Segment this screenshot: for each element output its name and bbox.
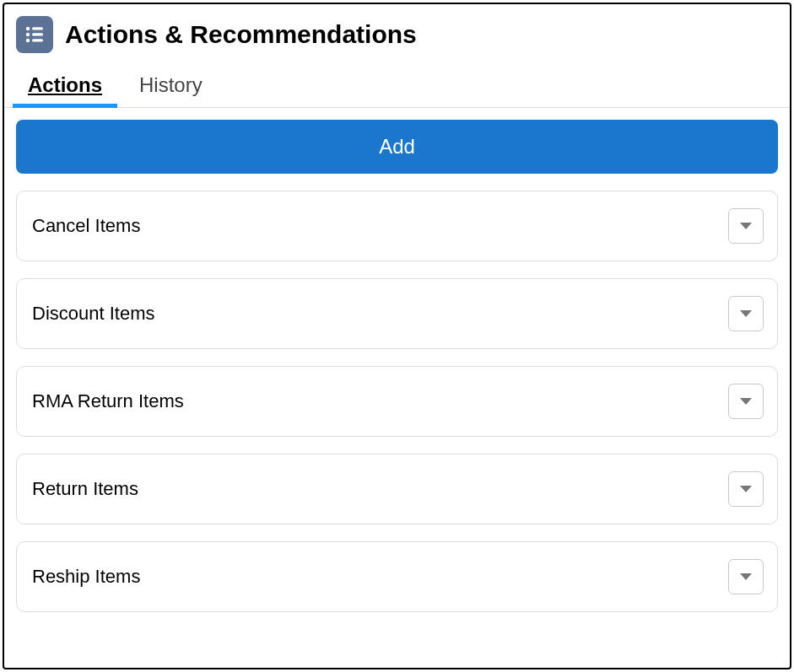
chevron-down-icon	[740, 398, 752, 405]
action-label: Return Items	[32, 478, 138, 500]
tab-actions[interactable]: Actions	[28, 73, 102, 107]
action-dropdown-button[interactable]	[728, 384, 764, 419]
chevron-down-icon	[740, 573, 752, 580]
action-card-rma-return-items[interactable]: RMA Return Items	[16, 366, 778, 437]
actions-recommendations-panel: Actions & Recommendations Actions Histor…	[3, 3, 791, 669]
action-dropdown-button[interactable]	[728, 559, 764, 594]
action-label: RMA Return Items	[32, 390, 184, 412]
svg-rect-1	[32, 27, 43, 30]
action-list: Cancel Items Discount Items RMA Return I…	[16, 191, 778, 612]
svg-point-4	[26, 39, 30, 42]
svg-rect-3	[32, 33, 43, 35]
action-card-return-items[interactable]: Return Items	[16, 454, 778, 524]
svg-point-2	[26, 33, 30, 36]
chevron-down-icon	[740, 310, 752, 317]
add-button[interactable]: Add	[16, 120, 778, 174]
action-label: Discount Items	[32, 303, 155, 325]
action-dropdown-button[interactable]	[728, 296, 764, 331]
action-card-reship-items[interactable]: Reship Items	[16, 541, 778, 612]
panel-content: Add Cancel Items Discount Items RMA Retu…	[4, 108, 790, 624]
list-icon	[16, 16, 53, 53]
tabs-bar: Actions History	[4, 60, 790, 108]
action-dropdown-button[interactable]	[728, 471, 764, 507]
action-card-discount-items[interactable]: Discount Items	[16, 278, 778, 349]
action-label: Cancel Items	[32, 215, 140, 237]
action-dropdown-button[interactable]	[728, 208, 764, 244]
panel-title: Actions & Recommendations	[65, 20, 417, 49]
action-card-cancel-items[interactable]: Cancel Items	[16, 191, 778, 261]
svg-rect-5	[32, 39, 43, 41]
action-label: Reship Items	[32, 566, 140, 588]
panel-header: Actions & Recommendations	[4, 4, 790, 60]
chevron-down-icon	[740, 486, 752, 492]
svg-point-0	[26, 27, 30, 30]
chevron-down-icon	[740, 223, 752, 229]
tab-history[interactable]: History	[139, 73, 203, 107]
